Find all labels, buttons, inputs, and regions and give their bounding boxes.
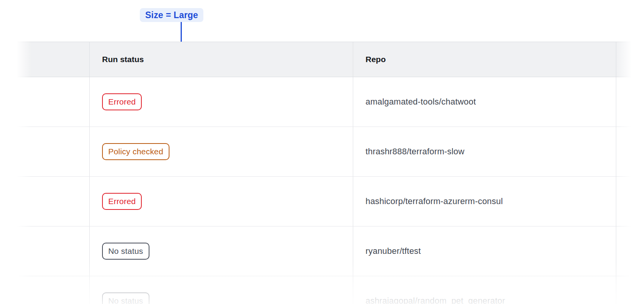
- table-row[interactable]: Policy checked thrashr888/terraform-slow: [17, 127, 644, 177]
- header-cell-overflow: [616, 42, 644, 77]
- run-status-badge: Policy checked: [102, 143, 169, 160]
- row-cell-empty: [17, 77, 89, 127]
- row-cell-overflow: [616, 226, 644, 276]
- repo-cell: amalgamated-tools/chatwoot: [353, 77, 616, 127]
- header-repo: Repo: [353, 42, 616, 77]
- runs-table: Run status Repo Errored amalgamated-tool…: [17, 42, 644, 304]
- table-row[interactable]: Errored hashicorp/terraform-azurerm-cons…: [17, 177, 644, 226]
- row-cell-empty: [17, 226, 89, 276]
- header-cell-empty: [17, 42, 89, 77]
- table-row[interactable]: Errored amalgamated-tools/chatwoot: [17, 77, 644, 127]
- repo-name: ryanuber/tftest: [366, 246, 421, 256]
- run-status-badge: Errored: [102, 93, 142, 110]
- repo-name: hashicorp/terraform-azurerm-consul: [366, 196, 503, 206]
- repo-name: amalgamated-tools/chatwoot: [366, 97, 476, 107]
- repo-cell: thrashr888/terraform-slow: [353, 127, 616, 176]
- run-status-cell: Errored: [89, 77, 353, 127]
- repo-cell: hashicorp/terraform-azurerm-consul: [353, 177, 616, 226]
- repo-name: ashrajagopal/random_pet_generator: [366, 296, 505, 304]
- row-cell-overflow: [616, 276, 644, 304]
- row-cell-empty: [17, 177, 89, 226]
- run-status-cell: Policy checked: [89, 127, 353, 176]
- run-status-badge: No status: [102, 243, 149, 260]
- table-header: Run status Repo: [17, 42, 644, 77]
- repo-name: thrashr888/terraform-slow: [366, 147, 465, 157]
- table-row[interactable]: No status ryanuber/tftest: [17, 226, 644, 276]
- run-status-cell: No status: [89, 276, 353, 304]
- row-cell-overflow: [616, 127, 644, 176]
- run-status-cell: Errored: [89, 177, 353, 226]
- row-cell-empty: [17, 127, 89, 176]
- header-run-status: Run status: [89, 42, 353, 77]
- annotation-pill: Size = Large: [140, 8, 203, 22]
- row-cell-empty: [17, 276, 89, 304]
- table-row[interactable]: No status ashrajagopal/random_pet_genera…: [17, 276, 644, 304]
- row-cell-overflow: [616, 77, 644, 127]
- repo-cell: ryanuber/tftest: [353, 226, 616, 276]
- row-cell-overflow: [616, 177, 644, 226]
- screenshot-root: Size = Large Run status Repo Errored ama…: [0, 0, 644, 304]
- run-status-badge: No status: [102, 292, 149, 304]
- run-status-badge: Errored: [102, 193, 142, 210]
- run-status-cell: No status: [89, 226, 353, 276]
- repo-cell: ashrajagopal/random_pet_generator: [353, 276, 616, 304]
